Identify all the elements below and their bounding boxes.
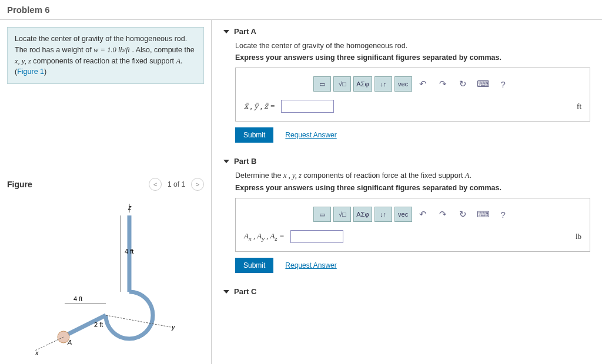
greek-button[interactable]: ΑΣφ — [353, 207, 372, 222]
part-b: Part B Determine the x , y, z components… — [223, 157, 590, 273]
main-layout: Locate the center of gravity of the homo… — [0, 20, 602, 364]
part-c: Part C — [223, 287, 590, 296]
equation-toolbar: ▭ √□ ΑΣφ ↓↑ vec ↶ ↷ ↻ ⌨ ? — [244, 76, 581, 92]
redo-button[interactable]: ↷ — [434, 207, 452, 222]
figure-link[interactable]: Figure 1 — [17, 68, 44, 76]
figure-nav: < 1 of 1 > — [149, 178, 204, 191]
help-button[interactable]: ? — [494, 76, 512, 92]
updown-button[interactable]: ↓↑ — [374, 207, 392, 222]
support-A-label: A — [67, 339, 72, 346]
rod-figure-svg: z y x A 4 ft 4 ft 2 ft — [18, 204, 194, 356]
caret-down-icon[interactable] — [223, 290, 229, 294]
part-a-input[interactable] — [281, 100, 334, 113]
undo-button[interactable]: ↶ — [414, 76, 432, 92]
right-column: Part A Locate the center of gravity of t… — [212, 20, 602, 364]
part-b-input[interactable] — [290, 230, 343, 243]
keyboard-button[interactable]: ⌨ — [474, 207, 492, 222]
part-b-instruction: Express your answers using three signifi… — [235, 184, 590, 192]
svg-line-4 — [106, 315, 170, 327]
part-b-prompt: Determine the x , y, z components of rea… — [235, 171, 590, 180]
undo-button[interactable]: ↶ — [414, 207, 432, 222]
vec-button[interactable]: vec — [394, 207, 412, 222]
figure-title: Figure — [7, 180, 32, 189]
updown-button[interactable]: ↓↑ — [374, 76, 392, 92]
part-a-instruction: Express your answers using three signifi… — [235, 53, 590, 62]
problem-statement: Locate the center of gravity of the homo… — [7, 27, 204, 84]
keyboard-button[interactable]: ⌨ — [474, 76, 492, 92]
part-a-answer-box: ▭ √□ ΑΣφ ↓↑ vec ↶ ↷ ↻ ⌨ ? x̄ , ȳ , z̄ = — [235, 68, 590, 122]
part-b-label: Ax , Ay , Az = — [244, 231, 285, 242]
caret-down-icon[interactable] — [223, 160, 229, 163]
problem-title: Problem 6 — [7, 5, 595, 15]
dim-4ft-horiz: 4 ft — [73, 295, 82, 302]
figure-canvas: z y x A 4 ft 4 ft 2 ft — [7, 198, 204, 364]
templates-button[interactable]: ▭ — [313, 207, 331, 222]
svg-line-5 — [35, 337, 63, 350]
help-button[interactable]: ? — [494, 207, 512, 222]
vec-button[interactable]: vec — [394, 76, 412, 92]
dim-4ft-vert: 4 ft — [125, 248, 133, 255]
sqrt-button[interactable]: √□ — [333, 76, 351, 92]
dim-2ft: 2 ft — [94, 321, 103, 328]
equation-toolbar: ▭ √□ ΑΣφ ↓↑ vec ↶ ↷ ↻ ⌨ ? — [244, 207, 581, 222]
templates-button[interactable]: ▭ — [313, 76, 331, 92]
part-b-request-answer-link[interactable]: Request Answer — [285, 261, 336, 269]
axis-z-label: z — [128, 204, 132, 211]
reset-button[interactable]: ↻ — [454, 76, 472, 92]
page-header: Problem 6 — [0, 0, 602, 20]
part-a-prompt: Locate the center of gravity of the homo… — [235, 42, 590, 50]
figure-prev-button[interactable]: < — [149, 178, 162, 191]
reset-button[interactable]: ↻ — [454, 207, 472, 222]
part-a: Part A Locate the center of gravity of t… — [223, 27, 590, 143]
part-a-request-answer-link[interactable]: Request Answer — [285, 131, 336, 139]
caret-down-icon[interactable] — [223, 30, 229, 33]
part-b-unit: lb — [576, 232, 581, 241]
greek-button[interactable]: ΑΣφ — [353, 76, 372, 92]
redo-button[interactable]: ↷ — [434, 76, 452, 92]
figure-next-button[interactable]: > — [191, 178, 204, 191]
part-a-unit: ft — [577, 102, 581, 111]
part-a-submit-button[interactable]: Submit — [235, 127, 273, 143]
part-b-answer-box: ▭ √□ ΑΣφ ↓↑ vec ↶ ↷ ↻ ⌨ ? Ax , Ay , Az = — [235, 198, 590, 252]
axis-y-label: y — [171, 323, 176, 331]
sqrt-button[interactable]: √□ — [333, 207, 351, 222]
left-column: Locate the center of gravity of the homo… — [0, 20, 212, 364]
part-a-label: x̄ , ȳ , z̄ = — [244, 102, 275, 111]
axis-x-label: x — [35, 349, 39, 356]
figure-section: Figure < 1 of 1 > — [7, 178, 204, 364]
part-b-submit-button[interactable]: Submit — [235, 258, 273, 273]
